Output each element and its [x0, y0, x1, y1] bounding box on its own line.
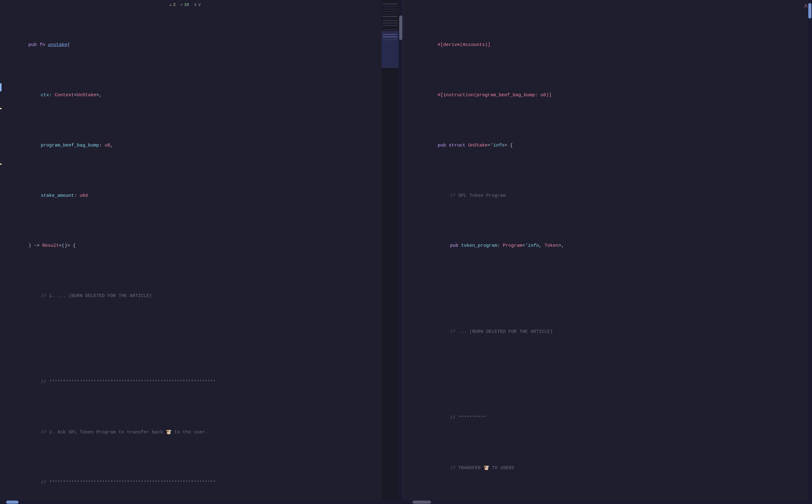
code-line: // ********** — [416, 407, 812, 429]
code-line: ctx: Context<UnStake>, — [6, 85, 403, 106]
check-count: 10 — [184, 2, 189, 8]
top-warning-icon: ⚠ — [804, 1, 808, 10]
right-code-content: #[derive(Accounts)] #[instruction(progra… — [409, 3, 812, 504]
code-line: // *************************************… — [6, 472, 403, 493]
code-line: pub struct UnStake<'info> { — [416, 135, 812, 156]
left-minimap — [382, 0, 399, 504]
right-bottom-scrollbar[interactable] — [403, 500, 808, 504]
right-scrollbar-track[interactable] — [808, 0, 812, 504]
left-scrollbar-thumb[interactable] — [399, 15, 402, 40]
code-line: program_beef_bag_bump: u8, — [6, 135, 403, 156]
code-line: pub fn unstake( — [6, 34, 403, 56]
code-line: // ... (BURN DELETED FOR THE ARTICLE) — [416, 321, 812, 343]
left-code-content: pub fn unstake( ctx: Context<UnStake>, p… — [0, 3, 403, 504]
left-bottom-thumb[interactable] — [6, 501, 19, 504]
warning-icon: ⚠ — [169, 2, 172, 8]
arrow-up[interactable]: ∧ — [194, 1, 197, 9]
editor-container: ⚠ 2 ✓ 10 ∧ ∨ ⚠ pub fn unstake( ctx: Cont — [0, 0, 812, 504]
check-icon: ✓ — [180, 2, 183, 8]
nav-arrows: ∧ ∨ — [194, 1, 201, 9]
code-line: pub token_program: Program<'info, Token>… — [416, 235, 812, 257]
code-line: #[derive(Accounts)] — [416, 34, 812, 56]
code-line — [6, 336, 403, 343]
code-line: // 2. Ask SPL Token Program to transfer … — [6, 422, 403, 443]
code-line: // TRANSFER 🐮 TO USERS — [416, 457, 812, 479]
left-scrollbar-track[interactable] — [399, 0, 403, 504]
check-badge[interactable]: ✓ 10 — [180, 2, 188, 8]
code-line: // *************************************… — [6, 371, 403, 393]
arrow-down[interactable]: ∨ — [198, 1, 201, 9]
code-line: // SPL Token Program — [416, 185, 812, 206]
left-bottom-scrollbar[interactable] — [0, 500, 406, 504]
minimap-highlight — [382, 31, 399, 68]
code-line: #[instruction(program_beef_bag_bump: u8)… — [416, 85, 812, 106]
right-bottom-thumb[interactable] — [412, 501, 431, 504]
code-line — [416, 285, 812, 292]
right-pane: #[derive(Accounts)] #[instruction(progra… — [403, 0, 812, 504]
warning-badge[interactable]: ⚠ 2 — [169, 2, 176, 8]
code-line — [416, 371, 812, 378]
warning-count: 2 — [173, 2, 176, 8]
left-pane: pub fn unstake( ctx: Context<UnStake>, p… — [0, 0, 403, 504]
code-line: ) -> Result<()> { — [6, 235, 403, 257]
code-line: stake_amount: u64 — [6, 185, 403, 206]
code-line: // 1. ... (BURN DELETED FOR THE ARTICLE) — [6, 285, 403, 307]
right-scrollbar-thumb[interactable] — [808, 3, 811, 19]
